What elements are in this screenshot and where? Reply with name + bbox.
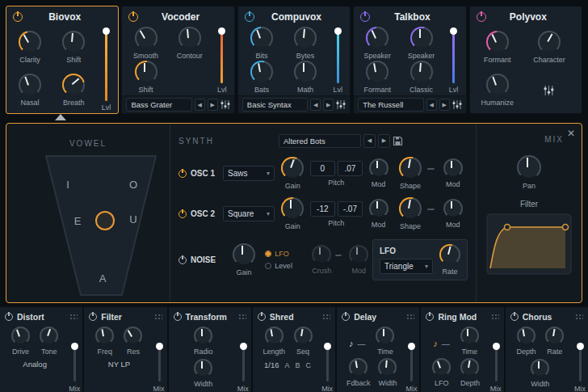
shred-mix-slider[interactable]	[326, 344, 329, 381]
osc1-power-icon[interactable]	[178, 170, 187, 178]
ring-mod-power-icon[interactable]	[426, 313, 434, 321]
pitch-fine-field[interactable]: .07	[338, 161, 363, 176]
ring-mod-mix-slider[interactable]	[495, 344, 498, 381]
drag-handle-icon[interactable]	[153, 313, 162, 321]
talkbox-level-slider[interactable]: Lvl	[443, 24, 464, 95]
drag-handle-icon[interactable]	[237, 313, 246, 321]
vocoder-preset-field[interactable]: Bass Grater	[126, 98, 191, 112]
next-preset-button[interactable]: ▶	[323, 99, 334, 111]
delay-power-icon[interactable]	[342, 313, 350, 321]
shred-seq-c[interactable]: C	[306, 361, 312, 369]
crush-knob[interactable]: Crush	[308, 245, 335, 275]
note-icon[interactable]: ♪	[433, 339, 438, 348]
nasal-knob[interactable]: Nasal	[19, 74, 41, 107]
bats-knob[interactable]: Bats	[250, 61, 273, 94]
chorus-width-knob[interactable]: Width	[531, 359, 549, 388]
transform-width-knob[interactable]: Width	[194, 359, 212, 388]
clarity-knob[interactable]: Clarity	[19, 31, 41, 64]
tone-knob[interactable]: Tone	[40, 327, 58, 356]
fdback-knob[interactable]: Fdback	[346, 358, 371, 387]
filter-node[interactable]	[563, 225, 569, 230]
filter-power-icon[interactable]	[89, 313, 97, 321]
radio-knob[interactable]: Radio	[194, 327, 213, 356]
contour-knob[interactable]: Contour	[177, 27, 203, 60]
formant-knob[interactable]: Formant	[364, 61, 392, 94]
chorus-power-icon[interactable]	[510, 313, 519, 321]
humanize-knob[interactable]: Humanize	[481, 74, 514, 107]
osc1-wave-select[interactable]: Saws▾	[223, 166, 275, 181]
delay-time-knob[interactable]: Time	[376, 327, 394, 356]
length-knob[interactable]: Length	[262, 327, 285, 356]
shred-division-selector[interactable]: 1/16	[264, 360, 279, 369]
transform-power-icon[interactable]	[174, 313, 182, 321]
distort-mode-selector[interactable]: Analog	[2, 360, 68, 369]
shift-knob[interactable]: Shift	[62, 31, 85, 64]
mixer-icon[interactable]	[336, 100, 346, 109]
noise-power-icon[interactable]	[178, 256, 187, 264]
filter-node[interactable]	[505, 225, 510, 230]
ring-mod-time-knob[interactable]: Time	[460, 327, 479, 356]
distort-mix-slider[interactable]	[74, 344, 76, 381]
prev-preset-button[interactable]: ◀	[426, 99, 437, 111]
delay-mix-slider[interactable]	[410, 344, 413, 381]
chorus-rate-knob[interactable]: Rate	[545, 327, 564, 356]
polyvox-formant-knob[interactable]: Formant	[484, 31, 511, 64]
noise-mod-knob[interactable]: Mod	[345, 245, 372, 275]
classic-knob[interactable]: Classic	[410, 61, 433, 94]
mixer-icon[interactable]	[452, 100, 462, 109]
biovox-power-icon[interactable]	[13, 12, 23, 22]
compuvox-power-icon[interactable]	[245, 12, 254, 22]
transform-mix-slider[interactable]	[242, 344, 245, 381]
pitch-fine-field[interactable]: -.07	[338, 201, 363, 217]
seq-knob[interactable]: Seq	[294, 327, 313, 356]
osc2-pitch-mod-knob[interactable]: Mod	[363, 199, 393, 229]
vowel-pad[interactable]: I O E U A	[10, 150, 171, 301]
drag-handle-icon[interactable]	[69, 313, 78, 321]
bits-knob[interactable]: Bits	[250, 27, 273, 60]
polyvox-power-icon[interactable]	[477, 12, 486, 22]
delay-width-knob[interactable]: Width	[378, 358, 397, 387]
ring-mod-lfo-knob[interactable]: LFO	[432, 358, 451, 387]
osc2-shape-mod-knob[interactable]: Mod	[438, 199, 468, 229]
save-icon[interactable]	[393, 136, 403, 146]
synth-preset-field[interactable]: Altered Bots	[279, 134, 361, 148]
ring-mod-sync-toggle[interactable]: ♪ —	[433, 339, 450, 348]
next-preset-button[interactable]: ▶	[439, 99, 450, 111]
breath-knob[interactable]: Breath	[62, 74, 85, 107]
osc1-shape-mod-knob[interactable]: Mod	[438, 158, 468, 188]
osc2-shape-knob[interactable]: Shape	[393, 197, 427, 230]
module-talkbox[interactable]: Talkbox Speaker Speaker Formant Clas	[353, 6, 466, 114]
module-biovox[interactable]: Biovox Clarity Shift Nasal Breath	[6, 6, 119, 114]
distort-power-icon[interactable]	[5, 313, 13, 321]
noise-level-radio[interactable]: Level	[265, 262, 303, 270]
prev-preset-button[interactable]: ◀	[310, 99, 321, 111]
speaker-knob-2[interactable]: Speaker	[408, 27, 435, 60]
vocoder-power-icon[interactable]	[128, 12, 138, 22]
mixer-icon[interactable]	[544, 86, 554, 95]
slider-thumb[interactable]	[103, 27, 110, 35]
next-preset-button[interactable]: ▶	[208, 99, 218, 111]
pitch-coarse-field[interactable]: -12	[310, 201, 335, 217]
vowel-cursor[interactable]	[96, 212, 114, 230]
biovox-level-slider[interactable]: Lvl	[95, 24, 116, 113]
prev-preset-button[interactable]: ◀	[195, 99, 205, 111]
slider-thumb[interactable]	[450, 27, 457, 35]
lfo-wave-select[interactable]: Triangle▾	[380, 259, 433, 274]
chorus-mix-slider[interactable]	[579, 344, 582, 381]
vocoder-level-slider[interactable]: Lvl	[212, 24, 233, 95]
drag-handle-icon[interactable]	[321, 313, 330, 321]
noise-lfo-radio[interactable]: LFO	[265, 250, 303, 258]
filter-type-selector[interactable]: NY LP	[86, 360, 152, 369]
bytes-knob[interactable]: Bytes	[294, 27, 317, 60]
noise-gain-knob[interactable]: Gain	[229, 243, 258, 276]
character-knob[interactable]: Character	[533, 31, 565, 64]
delay-sync-toggle[interactable]: ♪ —	[349, 339, 366, 348]
drag-handle-icon[interactable]	[574, 313, 583, 321]
shred-seq-a[interactable]: A	[284, 361, 289, 369]
osc1-pitch-mod-knob[interactable]: Mod	[363, 158, 393, 188]
pan-knob[interactable]: Pan	[517, 155, 541, 190]
pitch-coarse-field[interactable]: 0	[310, 161, 335, 176]
slider-thumb[interactable]	[334, 27, 342, 35]
mixer-icon[interactable]	[220, 100, 230, 109]
module-polyvox[interactable]: Polyvox Formant Character Humanize	[469, 6, 582, 114]
